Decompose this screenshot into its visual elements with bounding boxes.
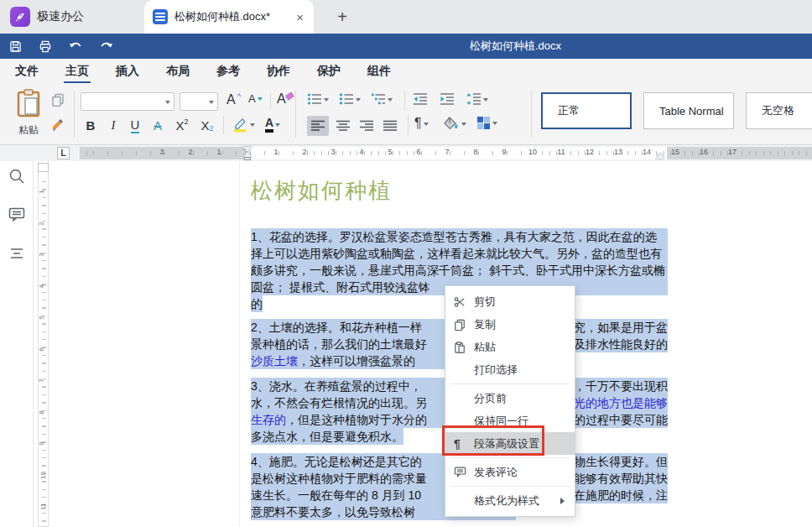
ruler-number: 8 (473, 148, 477, 156)
right-indent-marker[interactable] (656, 153, 664, 159)
document-text: 3、浇水。在养殖盆景的过程中， (251, 378, 422, 394)
context-menu-item-paste[interactable]: 粘贴 (445, 336, 575, 358)
style-box-2[interactable]: Table Normal (643, 92, 734, 129)
chevron-down-icon (461, 123, 466, 128)
ruler-number: 2 (302, 148, 306, 156)
ruler-number: 5 (38, 316, 45, 319)
paint-bucket-icon (443, 116, 460, 131)
close-tab-button[interactable]: × (294, 10, 305, 24)
multilevel-list-button[interactable] (371, 92, 393, 106)
bullet-list-button[interactable] (307, 92, 329, 106)
clear-format-button[interactable]: A (277, 91, 294, 107)
menu-item-label: 剪切 (474, 295, 496, 310)
align-center-button[interactable] (332, 116, 354, 136)
ruler-number: 9 (502, 148, 506, 156)
context-menu-item-plain[interactable]: 分页前 (445, 387, 575, 410)
paragraph-mark-button[interactable]: ¶ (414, 116, 429, 131)
paste-button[interactable]: 粘贴 (10, 89, 47, 139)
shading-button[interactable] (443, 116, 466, 131)
ruler-number: 2 (38, 222, 45, 225)
vertical-ruler: 1234567891011 (38, 161, 49, 527)
undo-button[interactable] (60, 34, 91, 59)
menu-item-label: 分页前 (474, 391, 507, 406)
font-size-select[interactable] (180, 92, 218, 111)
divider (270, 93, 271, 110)
blank-icon (454, 494, 474, 508)
increase-indent-button[interactable] (440, 92, 455, 106)
copy-icon (454, 318, 474, 331)
ruler-number: 1 (273, 148, 278, 156)
context-menu-item-plain[interactable]: 格式化为样式 (445, 489, 575, 512)
app-logo-rocket-icon[interactable] (10, 7, 30, 27)
menu-separator (450, 457, 570, 458)
chevron-down-icon (275, 123, 280, 129)
bold-button[interactable]: B (81, 114, 101, 136)
document-icon (153, 9, 168, 24)
ruler-number: 17 (728, 148, 737, 156)
menu-tab-2[interactable]: 主页 (52, 59, 102, 84)
vertical-ruler-box (38, 163, 49, 172)
tab-bar: 极速办公 松树如何种植.docx* × + (0, 0, 812, 34)
style-box-1[interactable]: 正常 (541, 92, 632, 129)
menu-tab-5[interactable]: 参考 (203, 59, 253, 84)
format-painter-button[interactable] (49, 116, 67, 134)
menu-tab-1[interactable]: 文件 (2, 59, 52, 84)
align-left-button[interactable] (307, 116, 329, 136)
ruler-number: 4 (359, 148, 363, 156)
ruler-number: 16 (700, 148, 708, 156)
quick-access-toolbar: 松树如何种植.docx (0, 34, 812, 59)
context-menu-item-plain[interactable]: 打印选择 (445, 358, 575, 381)
decrease-indent-button[interactable] (413, 92, 428, 106)
document-text: 景种植的话，那么我们的土壤最好 (251, 336, 427, 352)
menu-item-label: 打印选择 (474, 363, 518, 378)
ruler-number: 10 (528, 148, 537, 156)
ruler-number: 2 (188, 148, 192, 156)
menu-tab-6[interactable]: 协作 (253, 59, 304, 84)
align-justify-button[interactable] (379, 116, 401, 136)
ruler-row: L 3211234567891011121314151617 (0, 145, 812, 161)
hyperlink-text: 生存的 (251, 411, 286, 428)
italic-button[interactable]: I (104, 114, 122, 136)
font-family-select[interactable] (81, 92, 174, 111)
underline-button[interactable]: U (126, 114, 144, 136)
divider (404, 91, 405, 111)
document-heading: 松树如何种植 (251, 176, 668, 211)
menu-separator (450, 486, 570, 487)
context-menu-item-comment[interactable]: 发表评论 (445, 461, 575, 483)
paste-label: 粘贴 (18, 123, 39, 138)
shrink-font-button[interactable]: A (248, 92, 263, 105)
chevron-down-icon (209, 101, 214, 107)
numbered-list-button[interactable] (339, 92, 361, 106)
context-menu-item-copy[interactable]: 复制 (445, 313, 575, 336)
redo-button[interactable] (91, 34, 121, 59)
strikethrough-button[interactable]: A (148, 114, 168, 136)
highlight-color-button[interactable] (232, 116, 255, 133)
grow-font-button[interactable]: A^ (226, 92, 241, 107)
new-tab-button[interactable]: + (331, 0, 354, 34)
ruler-number: 1 (38, 190, 45, 193)
menu-tab-4[interactable]: 布局 (153, 59, 203, 84)
print-button[interactable] (30, 34, 60, 59)
align-right-button[interactable] (356, 116, 377, 136)
search-icon[interactable] (7, 166, 27, 186)
comment-icon[interactable] (7, 205, 27, 225)
menu-tab-8[interactable]: 组件 (354, 59, 404, 84)
copy-button[interactable] (49, 91, 67, 109)
menu-item-label: 格式化为样式 (474, 493, 539, 509)
left-indent-marker[interactable] (244, 157, 251, 160)
save-button[interactable] (0, 34, 30, 59)
menu-tab-3[interactable]: 插入 (102, 59, 153, 84)
line-spacing-button[interactable] (466, 92, 488, 106)
tab-selector[interactable]: L (57, 147, 70, 159)
context-menu: 剪切复制粘贴打印选择分页前保持同一行¶段落高级设置发表评论格式化为样式 (445, 285, 575, 517)
superscript-button[interactable]: X2 (171, 114, 193, 136)
subscript-button[interactable]: X2 (196, 114, 218, 136)
ruler-number: 7 (445, 148, 449, 156)
outline-icon[interactable] (7, 243, 27, 264)
font-color-button[interactable]: A (265, 116, 280, 133)
menu-tab-7[interactable]: 保护 (304, 59, 354, 84)
borders-button[interactable] (476, 116, 497, 130)
context-menu-item-scissors[interactable]: 剪切 (445, 290, 575, 313)
document-tab[interactable]: 松树如何种植.docx* × (144, 0, 314, 34)
style-box-3[interactable]: 无空格 (746, 92, 812, 129)
